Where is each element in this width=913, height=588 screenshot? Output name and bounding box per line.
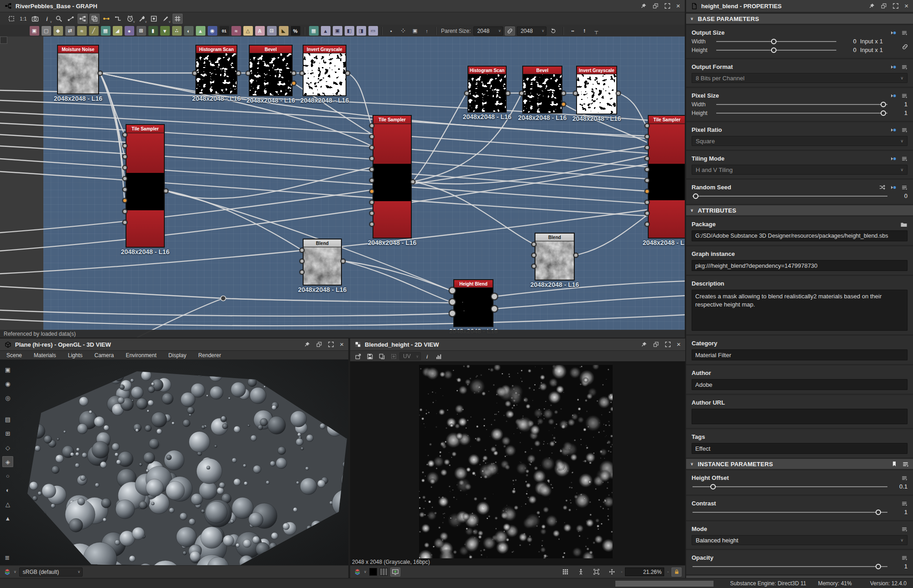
- node-port[interactable]: [645, 178, 650, 183]
- levels-node-icon[interactable]: ≈: [77, 26, 87, 36]
- blur-node-icon[interactable]: ◆: [53, 26, 63, 36]
- function-param-icon[interactable]: [890, 127, 897, 133]
- engine-pause-icon[interactable]: ▪▪: [568, 26, 577, 36]
- splatter-circular-node-icon[interactable]: ◧: [345, 26, 354, 36]
- mode-select[interactable]: Balanced height∨: [692, 535, 908, 545]
- shuffle-seed-icon[interactable]: [879, 184, 886, 191]
- float-window-icon[interactable]: [652, 3, 659, 9]
- description-field[interactable]: Creates a mask allowing to blend realist…: [692, 290, 908, 331]
- tiling-grid-icon[interactable]: [561, 567, 571, 577]
- shape-extrude-node-icon[interactable]: ▲: [321, 26, 331, 36]
- info-icon[interactable]: [422, 351, 432, 361]
- pin-icon[interactable]: [869, 3, 875, 9]
- parent-size-height-select[interactable]: 2048∨: [517, 26, 546, 36]
- position-node-icon[interactable]: %: [291, 26, 300, 36]
- node-port[interactable]: [122, 209, 127, 214]
- frame-icon[interactable]: ▣: [410, 26, 420, 36]
- node-port[interactable]: [236, 71, 241, 76]
- float-window-icon[interactable]: [881, 3, 887, 9]
- render-region-icon[interactable]: ◎: [2, 392, 13, 403]
- background-color-swatch[interactable]: [369, 568, 377, 576]
- menu-renderer[interactable]: Renderer: [198, 352, 221, 359]
- link-wh-icon[interactable]: [902, 43, 908, 50]
- view3d-viewport[interactable]: ▣◉◎▤⊞◇◈○◐△▲ ≣: [0, 359, 348, 566]
- node-port[interactable]: [98, 71, 103, 76]
- fx-map-node-icon[interactable]: ∴: [172, 26, 182, 36]
- param-menu-icon[interactable]: [901, 30, 908, 36]
- node-port[interactable]: [369, 134, 374, 139]
- param-menu-icon[interactable]: [901, 184, 908, 191]
- output-format-select[interactable]: 8 Bits per Channel∨: [692, 73, 908, 83]
- grid-snap-icon[interactable]: [173, 14, 183, 24]
- parent-size-width-select[interactable]: 2048∨: [473, 26, 503, 36]
- gradient-node-icon[interactable]: ◐: [184, 26, 194, 36]
- output-size-width-slider[interactable]: [715, 38, 837, 45]
- display-color-icon[interactable]: [390, 567, 400, 577]
- node-port[interactable]: [369, 167, 374, 172]
- directional-blur-node-icon[interactable]: ╱: [89, 26, 99, 36]
- node-port[interactable]: [341, 259, 346, 264]
- node-port[interactable]: [645, 123, 650, 128]
- tile-generator-node-icon[interactable]: ⊞: [136, 26, 146, 36]
- layers-color-icon[interactable]: [354, 568, 361, 576]
- function-param-icon[interactable]: [890, 156, 897, 162]
- folder-icon[interactable]: [900, 221, 908, 228]
- graph-canvas[interactable]: Moisture Noise2048x2048 - L16Histogram S…: [0, 36, 685, 338]
- tags-field[interactable]: Effect: [692, 443, 908, 454]
- node-port[interactable]: [246, 71, 251, 76]
- opacity-slider[interactable]: [692, 563, 888, 570]
- node-port[interactable]: [645, 200, 650, 205]
- zoom-level-field[interactable]: 21.26%: [625, 567, 664, 576]
- height-offset-slider[interactable]: [692, 483, 888, 490]
- node-port[interactable]: [645, 156, 650, 161]
- node-port[interactable]: [369, 222, 374, 227]
- slope-blur-node-icon[interactable]: ◢: [113, 26, 122, 36]
- author-field[interactable]: Adobe: [692, 379, 908, 390]
- package-path-field[interactable]: G:/SD/Adobe Substance 3D Designer/resour…: [692, 230, 908, 241]
- shape-node-icon[interactable]: ●: [125, 26, 134, 36]
- dot-node-icon[interactable]: ▪: [387, 26, 396, 36]
- geometry-sphere-icon[interactable]: ○: [2, 470, 13, 481]
- graph-view-icon[interactable]: [78, 14, 88, 24]
- node-port[interactable]: [369, 156, 374, 161]
- node-port[interactable]: [505, 91, 510, 96]
- geometry-cube-icon[interactable]: ⊞: [2, 428, 13, 439]
- function-param-icon[interactable]: [890, 184, 897, 191]
- transform-node-icon[interactable]: ⊡: [267, 26, 277, 36]
- pin-icon[interactable]: [304, 341, 310, 348]
- param-menu-icon[interactable]: [901, 156, 908, 162]
- colorspace-select[interactable]: sRGB (default)∨: [19, 567, 83, 577]
- node-port[interactable]: [122, 220, 127, 225]
- actual-size-icon[interactable]: 1:1: [18, 14, 28, 24]
- pin-icon[interactable]: [641, 341, 647, 348]
- geometry-plane-icon[interactable]: ▤: [2, 414, 13, 425]
- save-image-icon[interactable]: [365, 351, 375, 361]
- reset-size-button[interactable]: [548, 26, 558, 36]
- node-port[interactable]: [122, 176, 127, 181]
- param-menu-icon[interactable]: [901, 127, 908, 133]
- pixel-ratio-select[interactable]: Square∨: [692, 136, 908, 146]
- node-port[interactable]: [345, 71, 350, 76]
- node-port[interactable]: [122, 198, 127, 203]
- menu-scene[interactable]: Scene: [6, 352, 22, 359]
- pattern-node-icon[interactable]: ▦: [309, 26, 319, 36]
- node-port[interactable]: [645, 167, 650, 172]
- node-port[interactable]: [163, 188, 168, 193]
- node-port[interactable]: [410, 179, 415, 184]
- random-seed-slider[interactable]: [692, 193, 888, 200]
- normal-node-icon[interactable]: △: [243, 26, 253, 36]
- bookmark-preset-icon[interactable]: [891, 461, 897, 467]
- channel-shuffle-node-icon[interactable]: ⇄: [65, 26, 75, 36]
- node-port[interactable]: [369, 123, 374, 128]
- maximize-icon[interactable]: [665, 341, 671, 348]
- node-port[interactable]: [491, 305, 498, 312]
- copy-image-icon[interactable]: [377, 351, 387, 361]
- background-pattern-swatch[interactable]: [380, 568, 388, 576]
- shape-mapper-node-icon[interactable]: ▣: [333, 26, 342, 36]
- pan-view-icon[interactable]: [607, 567, 617, 577]
- contrast-slider[interactable]: [692, 509, 888, 516]
- node-port[interactable]: [449, 310, 456, 317]
- menu-lights[interactable]: Lights: [68, 352, 83, 359]
- anchor-icon[interactable]: ┬: [592, 26, 601, 36]
- close-icon[interactable]: ×: [676, 3, 680, 9]
